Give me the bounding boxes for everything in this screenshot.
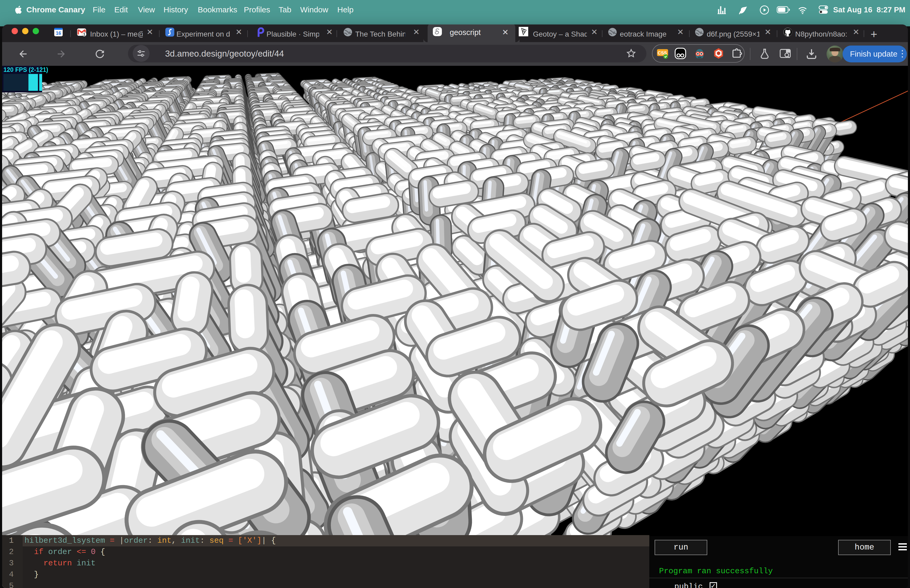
svg-text:16: 16 xyxy=(56,31,61,36)
svg-text:1: 1 xyxy=(83,32,85,36)
